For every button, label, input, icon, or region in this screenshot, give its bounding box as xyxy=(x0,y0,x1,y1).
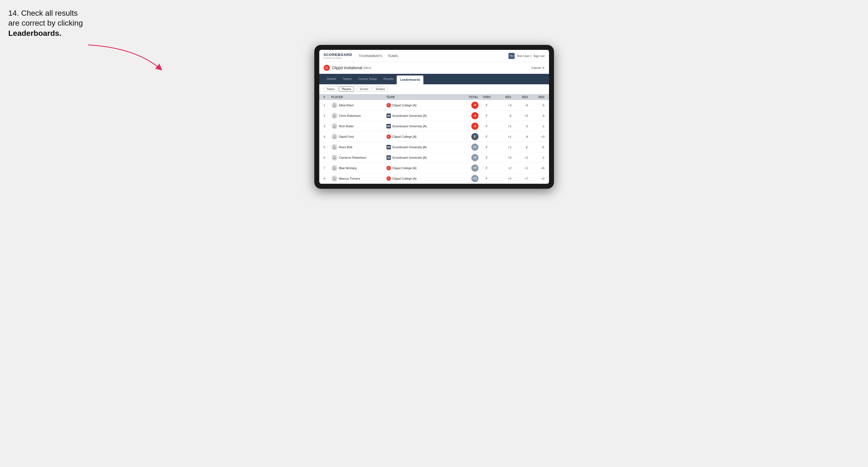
player-cell: David Ford xyxy=(331,134,386,140)
player-cell: Chris Robertson xyxy=(331,113,386,119)
thru-cell: F xyxy=(478,177,495,180)
table-row: 8Marcus TurnersCClippd College [A]+11F+2… xyxy=(319,173,549,184)
logo-sub: Powered by clippd xyxy=(324,57,352,59)
rd1-cell: +1 xyxy=(495,135,512,138)
table-body: 1Elliot EbertCClippd College [A]-8F+3-6-… xyxy=(319,100,549,184)
logo-text: SCOREBOARD xyxy=(324,53,352,57)
tablet-screen: SCOREBOARD Powered by clippd TOURNAMENTS… xyxy=(319,50,549,184)
player-avatar xyxy=(331,155,337,161)
player-avatar xyxy=(331,102,337,108)
filter-teams[interactable]: Teams xyxy=(324,87,338,92)
team-cell: Scoreboard University [A] xyxy=(386,124,457,128)
rd2-cell: +2 xyxy=(512,156,528,159)
team-cell: CClippd College [A] xyxy=(386,166,457,170)
thru-cell: F xyxy=(478,135,495,138)
cancel-button[interactable]: Cancel ✕ xyxy=(531,66,544,70)
rd3-cell: -1 xyxy=(528,125,545,128)
thru-cell: F xyxy=(478,103,495,107)
tab-leaderboards[interactable]: Leaderboards xyxy=(397,75,424,84)
col-thru: THRU xyxy=(478,96,495,99)
filter-strokes[interactable]: Strokes xyxy=(372,87,388,92)
rd3-cell: -1 xyxy=(528,156,545,159)
player-avatar xyxy=(331,176,337,182)
thru-cell: F xyxy=(478,125,495,128)
tournament-header: C Clippd Invitational (Men) Cancel ✕ xyxy=(319,62,549,74)
player-cell: Rees Britt xyxy=(331,144,386,150)
team-name: Clippd College [A] xyxy=(392,103,416,107)
score-badge: +11 xyxy=(471,175,478,182)
close-icon: ✕ xyxy=(542,66,545,70)
tab-details[interactable]: Details xyxy=(324,74,340,84)
sign-out-link[interactable]: Sign out xyxy=(533,54,544,58)
tournament-title: Clippd Invitational xyxy=(332,66,363,70)
user-avatar: TU xyxy=(508,53,515,59)
team-cell: Scoreboard University [A] xyxy=(386,114,457,118)
col-team: TEAM xyxy=(386,96,457,99)
rank-cell: 6 xyxy=(324,156,331,159)
player-name: Chris Robertson xyxy=(339,114,361,117)
svg-rect-10 xyxy=(387,147,390,148)
player-name: Blair McHarg xyxy=(339,166,357,170)
team-name: Clippd College [A] xyxy=(392,177,416,180)
svg-point-15 xyxy=(334,177,335,179)
col-rank: # xyxy=(324,96,331,99)
svg-point-4 xyxy=(334,125,335,126)
filter-scores[interactable]: Scores xyxy=(357,87,371,92)
rd1-cell: +1 xyxy=(495,146,512,149)
table-row: 4David FordCClippd College [A]EF+1-4+3 xyxy=(319,131,549,142)
rank-cell: 3 xyxy=(324,125,331,128)
nav-tournaments[interactable]: TOURNAMENTS xyxy=(359,53,382,59)
rd3-cell: +2 xyxy=(528,177,545,180)
team-logo-clippd: C xyxy=(386,166,391,170)
rank-cell: 7 xyxy=(324,166,331,170)
player-cell: Marcus Turners xyxy=(331,176,386,182)
thru-cell: F xyxy=(478,114,495,117)
tab-results[interactable]: Results xyxy=(380,74,397,84)
tab-bar: Details Teams Course Setup Results Leade… xyxy=(319,74,549,84)
rd2-cell: E xyxy=(512,146,528,149)
team-name: Scoreboard University [A] xyxy=(392,125,427,128)
rd1-cell: +5 xyxy=(495,156,512,159)
user-label: Test User | xyxy=(517,54,531,58)
scene: SCOREBOARD Powered by clippd TOURNAMENTS… xyxy=(8,45,860,189)
player-avatar xyxy=(331,134,337,140)
thru-cell: F xyxy=(478,146,495,149)
instruction-text: 14. Check all results are correct by cli… xyxy=(8,8,113,38)
team-logo-scoreboard xyxy=(386,155,391,160)
player-avatar xyxy=(331,113,337,119)
team-name: Clippd College [A] xyxy=(392,135,416,138)
nav-teams[interactable]: TEAMS xyxy=(388,53,398,59)
svg-point-8 xyxy=(334,146,335,147)
team-logo-scoreboard xyxy=(386,145,391,149)
team-cell: CClippd College [A] xyxy=(386,176,457,181)
logo-area: SCOREBOARD Powered by clippd xyxy=(324,53,352,59)
svg-point-14 xyxy=(334,166,335,168)
tab-teams[interactable]: Teams xyxy=(339,74,355,84)
total-cell: -4 xyxy=(457,112,478,119)
total-cell: +9 xyxy=(457,164,478,172)
table-row: 1Elliot EbertCClippd College [A]-8F+3-6-… xyxy=(319,100,549,111)
team-cell: CClippd College [A] xyxy=(386,134,457,139)
rd3-cell: E xyxy=(528,146,545,149)
player-name: Elliot Ebert xyxy=(339,103,354,107)
table-header: # PLAYER TEAM TOTAL THRU RD1 RD2 RD3 xyxy=(319,94,549,100)
player-cell: Cameron Robertson xyxy=(331,155,386,161)
team-logo-clippd: C xyxy=(386,103,391,107)
player-name: Marcus Turners xyxy=(339,177,360,180)
annotation-arrow xyxy=(80,42,168,75)
rd1-cell: +2 xyxy=(495,177,512,180)
table-row: 7Blair McHargCClippd College [A]+9F+2+1+… xyxy=(319,163,549,173)
team-name: Scoreboard University [A] xyxy=(392,146,427,149)
thru-cell: F xyxy=(478,156,495,159)
col-total: TOTAL xyxy=(457,96,478,99)
tab-course-setup[interactable]: Course Setup xyxy=(355,74,380,84)
total-cell: E xyxy=(457,133,478,140)
col-rd2: RD2 xyxy=(512,96,528,99)
filter-players[interactable]: Players xyxy=(339,87,354,92)
rd3-cell: +3 xyxy=(528,135,545,138)
svg-rect-6 xyxy=(387,126,390,127)
instruction-block: 14. Check all results are correct by cli… xyxy=(8,8,113,38)
player-cell: Rich Butler xyxy=(331,123,386,129)
rank-cell: 5 xyxy=(324,146,331,149)
team-name: Scoreboard University [A] xyxy=(392,156,427,159)
